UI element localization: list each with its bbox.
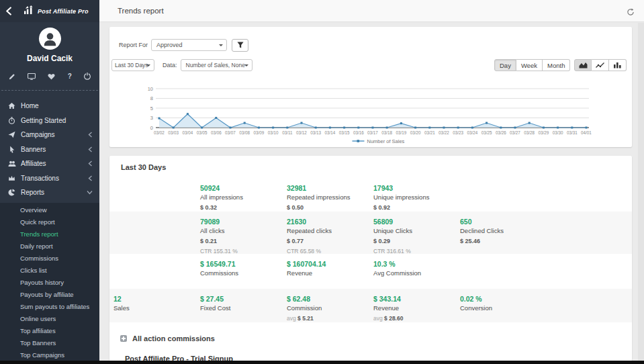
period-month-button[interactable]: Month (543, 59, 570, 71)
submenu-item-online-users[interactable]: Online users (0, 313, 99, 325)
date-range-select[interactable]: Last 30 Days (111, 59, 154, 71)
refresh-icon[interactable] (627, 7, 635, 19)
chevron-left-icon (88, 146, 93, 152)
stat-all-impressions: 50924All impressions$ 0.32 (200, 184, 285, 211)
submenu-item-daily-report[interactable]: Daily report (0, 240, 99, 253)
line-chart-button[interactable] (592, 59, 609, 71)
stat-value: $ 343.14 (373, 295, 458, 303)
submenu-item-label: Daily report (20, 242, 53, 250)
svg-text:03/09: 03/09 (254, 130, 265, 135)
sidebar-item-reports[interactable]: Reports (0, 185, 99, 200)
stat-value: $ 62.48 (287, 295, 371, 303)
chevron-left-icon (88, 132, 93, 138)
svg-text:03/22: 03/22 (439, 130, 449, 135)
submenu-item-trends-report[interactable]: Trends report (0, 228, 99, 240)
chart-svg: 03581003/0203/0303/0403/0503/0603/0703/0… (109, 84, 632, 147)
stat-label: All clicks (200, 227, 285, 234)
all-action-commissions-row[interactable]: All action commissions (120, 334, 215, 343)
submenu-item-top-banners[interactable]: Top Banners (0, 337, 99, 349)
stat-unique-clicks: 56809Unique Clicks$ 0.29CTR 316.61 % (373, 218, 458, 255)
stat-label: Repeated impressions (287, 193, 371, 201)
sidebar-item-label: Home (21, 102, 93, 109)
power-icon[interactable] (84, 73, 91, 80)
svg-text:03/23: 03/23 (453, 130, 463, 135)
svg-text:03/10: 03/10 (268, 130, 279, 135)
stat-label: Revenue (287, 269, 371, 277)
sidebar-item-label: Campaigns (21, 131, 88, 138)
bar-chart-button[interactable] (609, 59, 627, 71)
submenu-item-label: Top affiliates (20, 327, 56, 334)
submenu-item-label: Commissions (20, 255, 58, 262)
sidebar-item-home[interactable]: Home (0, 99, 99, 113)
svg-text:03/21: 03/21 (424, 130, 435, 135)
submenu-item-quick-report[interactable]: Quick report (0, 216, 99, 228)
stats-row: 79089All clicks$ 0.21CTR 155.31 %21630Re… (109, 212, 632, 254)
svg-text:03/29: 03/29 (539, 130, 549, 135)
report-for-select[interactable]: Approved (151, 39, 227, 51)
sidebar-item-label: Affiliates (21, 160, 88, 167)
chevron-down-icon (87, 190, 93, 195)
submenu-item-label: Online users (20, 315, 56, 322)
stat-value: 0.02 % (460, 295, 545, 303)
submenu-item-top-affiliates[interactable]: Top affiliates (0, 325, 99, 337)
stats-row: 50924All impressions$ 0.3232981Repeated … (109, 178, 632, 212)
user-name: David Cacik (0, 54, 99, 63)
data-select[interactable]: Number of Sales, None (181, 59, 252, 71)
submenu-item-payouts-by-affiliate[interactable]: Payouts by affiliate (0, 289, 99, 301)
submenu-item-commissions[interactable]: Commissions (0, 253, 99, 265)
stat-value: $ 16549.71 (200, 260, 285, 268)
expand-icon[interactable] (120, 335, 127, 342)
stat-value: 21630 (287, 218, 371, 226)
period-day-button[interactable]: Day (494, 59, 516, 71)
submenu-item-overview[interactable]: Overview (0, 204, 99, 216)
svg-text:04/01: 04/01 (581, 130, 592, 135)
crown-icon (8, 175, 17, 181)
submenu-item-payouts-history[interactable]: Payouts history (0, 277, 99, 289)
submenu-item-sum-payouts-to-affiliates[interactable]: Sum payouts to affiliates (0, 301, 99, 313)
sidebar-item-getting-started[interactable]: Getting Started (0, 113, 99, 128)
heart-icon[interactable] (48, 73, 55, 80)
period-toggle: DayWeekMonth (494, 59, 570, 71)
stat-value: $ 27.45 (200, 295, 285, 303)
scrollbar[interactable] (638, 23, 644, 364)
sidebar-item-affiliates[interactable]: Affiliates (0, 156, 99, 171)
topbar: Trends report (99, 0, 644, 22)
stat-label: Conversion (460, 304, 545, 312)
stat-value: 79089 (200, 218, 285, 226)
svg-text:03/02: 03/02 (154, 130, 165, 135)
submenu-item-top-campaigns[interactable]: Top Campaigns (0, 349, 99, 361)
submenu-item-clicks-list[interactable]: Clicks list (0, 265, 99, 277)
stat-label: Commissions (200, 269, 285, 277)
period-week-button[interactable]: Week (516, 59, 543, 71)
stat-label: Unique Clicks (373, 227, 458, 234)
svg-text:03/03: 03/03 (168, 130, 179, 135)
stat-value: 32981 (287, 184, 371, 192)
svg-text:8: 8 (150, 95, 153, 101)
stat-label: Commission (287, 304, 371, 312)
submenu-item-label: Clicks list (20, 267, 47, 274)
reports-submenu: OverviewQuick reportTrends reportDaily r… (0, 203, 99, 364)
report-for-row: Report For Approved (109, 38, 632, 52)
data-label: Data: (163, 62, 177, 69)
svg-text:03/12: 03/12 (296, 130, 307, 135)
svg-text:03/27: 03/27 (510, 130, 520, 135)
svg-text:03/17: 03/17 (367, 130, 378, 135)
stat-cost: $ 0.21 (200, 238, 285, 244)
chart-options-row: Last 30 Days Data: Number of Sales, None… (109, 59, 632, 71)
sidebar-item-transactions[interactable]: Transactions (0, 171, 99, 186)
sidebar-item-label: Getting Started (21, 117, 93, 124)
filter-button[interactable] (232, 39, 248, 52)
stats-title: Last 30 Days (121, 163, 166, 171)
help-icon[interactable]: ? (68, 73, 72, 80)
area-chart-button[interactable] (574, 59, 592, 71)
sidebar-item-banners[interactable]: Banners (0, 142, 99, 157)
sidebar-item-campaigns[interactable]: Campaigns (0, 128, 99, 142)
monitor-icon[interactable] (28, 73, 36, 80)
avatar[interactable] (39, 28, 61, 50)
back-icon[interactable] (5, 7, 19, 15)
stat-avg: avg $ 5.21 (287, 315, 371, 322)
stat-sales: 12Sales (113, 295, 198, 312)
sales-trend-chart: 03581003/0203/0303/0403/0503/0603/0703/0… (109, 84, 632, 147)
pencil-icon[interactable] (9, 73, 15, 80)
logo-bar: Post Affiliate Pro (0, 0, 99, 22)
